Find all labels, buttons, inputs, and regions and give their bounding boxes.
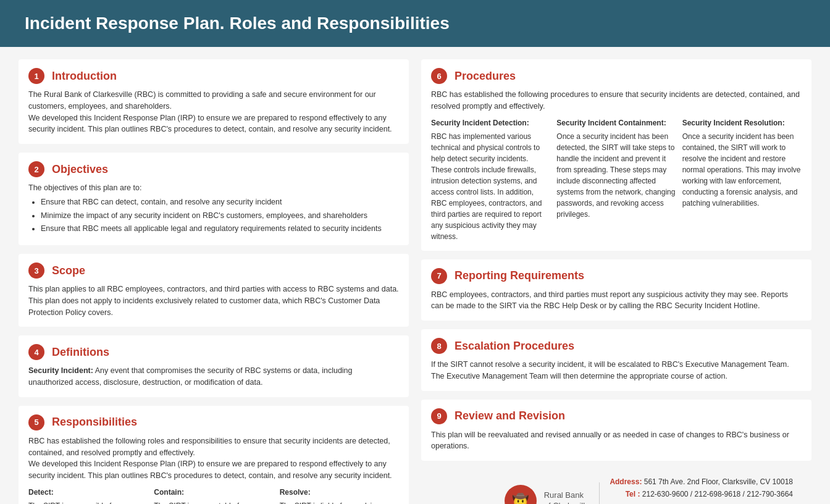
- bank-name: Rural Bank of Clarksville: [544, 490, 590, 504]
- responsibilities-detect-col: Detect: The SIRT is responsible for dete…: [28, 487, 148, 504]
- responsibilities-contain-col: Contain: The SIRT is accountable for con…: [154, 487, 273, 504]
- tel-line: Tel : 212-630-9600 / 212-698-9618 / 212-…: [610, 488, 793, 500]
- procedures-detection-col: Security Incident Detection: RBC has imp…: [431, 117, 550, 242]
- right-column: 6 Procedures RBC has established the fol…: [421, 59, 811, 504]
- detect-title: Detect:: [28, 487, 148, 498]
- section-number-9: 9: [431, 408, 447, 424]
- section-introduction: 1 Introduction The Rural Bank of Clarkes…: [19, 59, 409, 144]
- address-label: Address:: [610, 477, 642, 486]
- section-body-responsibilities: RBC has established the following roles …: [28, 435, 399, 504]
- procedures-resolution-col: Security Incident Resolution: Once a sec…: [682, 117, 802, 242]
- section-procedures: 6 Procedures RBC has established the fol…: [421, 59, 811, 251]
- footer: 🤠 Rural Bank of Clarksville Address: 561…: [421, 469, 811, 504]
- page-title: Incident Response Plan. Roles and Respon…: [25, 14, 805, 33]
- section-body-reporting: RBC employees, contractors, and third pa…: [431, 289, 802, 313]
- section-title-escalation: Escalation Procedures: [455, 340, 574, 353]
- section-body-definitions: Security Incident: Any event that compro…: [28, 365, 399, 388]
- section-escalation: 8 Escalation Procedures If the SIRT cann…: [421, 329, 811, 391]
- bank-logo-icon: 🤠: [505, 485, 537, 504]
- section-title-definitions: Definitions: [52, 346, 109, 359]
- section-number-5: 5: [28, 414, 44, 430]
- footer-divider: [599, 482, 600, 504]
- section-number-7: 7: [431, 268, 447, 284]
- section-body-introduction: The Rural Bank of Clarkesville (RBC) is …: [28, 89, 399, 135]
- tel-value: 212-630-9600 / 212-698-9618 / 212-790-36…: [642, 490, 793, 498]
- detection-title: Security Incident Detection:: [431, 117, 550, 128]
- section-review: 9 Review and Revision This plan will be …: [421, 400, 811, 461]
- address-value: 561 7th Ave. 2nd Floor, Clarksville, CV …: [644, 477, 793, 486]
- section-number-6: 6: [431, 68, 447, 84]
- section-title-scope: Scope: [52, 264, 85, 277]
- section-body-escalation: If the SIRT cannot resolve a security in…: [431, 359, 802, 382]
- procedures-containment-col: Security Incident Containment: Once a se…: [556, 117, 676, 242]
- section-title-reporting: Reporting Requirements: [455, 269, 584, 282]
- section-body-scope: This plan applies to all RBC employees, …: [28, 284, 399, 318]
- header: Incident Response Plan. Roles and Respon…: [0, 0, 830, 47]
- containment-body: Once a security incident has been detect…: [556, 131, 676, 220]
- definition-label: Security Incident:: [28, 366, 93, 375]
- section-title-introduction: Introduction: [52, 70, 117, 83]
- resolution-title: Security Incident Resolution:: [682, 117, 802, 128]
- section-body-procedures: RBC has established the following proced…: [431, 89, 802, 242]
- containment-title: Security Incident Containment:: [556, 117, 676, 128]
- left-column: 1 Introduction The Rural Bank of Clarkes…: [19, 59, 409, 504]
- email-line: Email: ruralbank.com.ph: [610, 501, 793, 504]
- section-reporting: 7 Reporting Requirements RBC employees, …: [421, 259, 811, 321]
- section-body-objectives: The objectives of this plan are to: Ensu…: [28, 182, 399, 235]
- resolution-body: Once a security incident has been contai…: [682, 131, 802, 209]
- responsibilities-resolve-col: Resolve: The SIRT is liable for resolvin…: [280, 487, 399, 504]
- section-responsibilities: 5 Responsibilities RBC has established t…: [19, 406, 409, 504]
- section-number-1: 1: [28, 68, 44, 84]
- section-body-review: This plan will be reevaluated and revise…: [431, 429, 802, 453]
- contain-body: The SIRT is accountable for containing s…: [154, 500, 273, 504]
- section-number-4: 4: [28, 344, 44, 360]
- address-line: Address: 561 7th Ave. 2nd Floor, Clarksv…: [610, 476, 793, 488]
- contact-info: Address: 561 7th Ave. 2nd Floor, Clarksv…: [610, 476, 793, 504]
- section-definitions: 4 Definitions Security Incident: Any eve…: [19, 335, 409, 397]
- logo-area: 🤠 Rural Bank of Clarksville: [505, 485, 590, 504]
- section-objectives: 2 Objectives The objectives of this plan…: [19, 153, 409, 245]
- section-number-2: 2: [28, 161, 44, 177]
- section-title-procedures: Procedures: [455, 70, 516, 83]
- section-title-review: Review and Revision: [455, 410, 565, 422]
- section-title-responsibilities: Responsibilities: [52, 416, 137, 429]
- detection-body: RBC has implemented various technical an…: [431, 131, 550, 242]
- resolve-body: The SIRT is liable for resolving securit…: [280, 500, 399, 504]
- resolve-title: Resolve:: [280, 487, 399, 498]
- section-number-3: 3: [28, 262, 44, 279]
- section-title-objectives: Objectives: [52, 163, 108, 176]
- section-scope: 3 Scope This plan applies to all RBC emp…: [19, 254, 409, 327]
- contain-title: Contain:: [154, 487, 273, 498]
- tel-label: Tel :: [626, 490, 640, 498]
- section-number-8: 8: [431, 338, 447, 354]
- detect-body: The SIRT is responsible for detecting se…: [28, 500, 148, 504]
